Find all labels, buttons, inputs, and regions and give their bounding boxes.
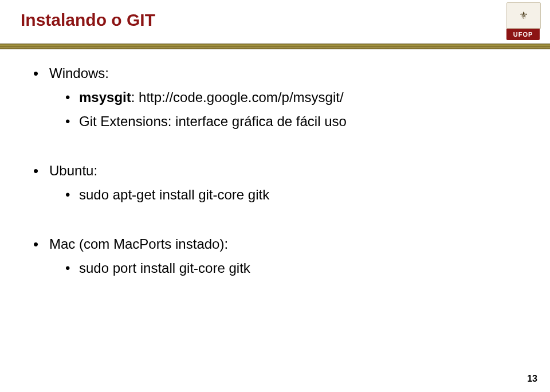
- ufop-logo: ⚜ UFOP: [506, 2, 540, 40]
- section-windows: Windows: msysgit: http://code.google.com…: [33, 63, 517, 132]
- list-item: Git Extensions: interface gráfica de fác…: [65, 111, 517, 132]
- item-text: sudo port install git-core gitk: [79, 260, 250, 276]
- section-ubuntu: Ubuntu: sudo apt-get install git-core gi…: [33, 160, 517, 205]
- section-heading: Ubuntu:: [49, 163, 97, 178]
- title-divider: [0, 44, 550, 49]
- slide-title: Instalando o GIT: [21, 10, 155, 30]
- item-text: Git Extensions: interface gráfica de fác…: [79, 113, 347, 129]
- slide: Instalando o GIT ⚜ UFOP Windows: msysgit…: [0, 0, 550, 392]
- item-prefix: msysgit: [79, 89, 131, 105]
- section-mac: Mac (com MacPorts instado): sudo port in…: [33, 234, 517, 279]
- list-item: msysgit: http://code.google.com/p/msysgi…: [65, 87, 517, 108]
- list-item: sudo port install git-core gitk: [65, 258, 517, 279]
- ufop-emblem-icon: ⚜: [506, 2, 541, 29]
- item-text: : http://code.google.com/p/msysgit/: [131, 89, 344, 105]
- section-heading: Mac (com MacPorts instado):: [49, 236, 228, 252]
- slide-body: Windows: msysgit: http://code.google.com…: [33, 63, 517, 307]
- ufop-logo-label: UFOP: [506, 29, 540, 40]
- list-item: sudo apt-get install git-core gitk: [65, 185, 517, 205]
- section-heading: Windows:: [49, 65, 109, 81]
- page-number: 13: [527, 374, 537, 384]
- item-text: sudo apt-get install git-core gitk: [79, 187, 269, 202]
